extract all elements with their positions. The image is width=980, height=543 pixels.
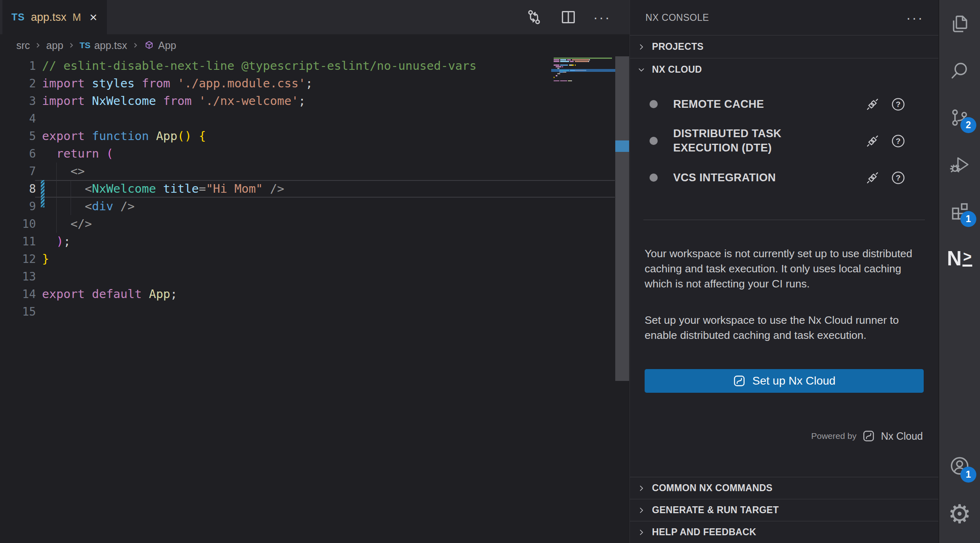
code-text: // eslint-disable-next-line @typescript-… <box>36 57 477 75</box>
tab-bar: TS app.tsx M × ··· <box>0 0 630 34</box>
powered-by-label: Powered by <box>811 431 856 441</box>
extensions-icon[interactable]: 1 <box>939 194 980 229</box>
section-projects[interactable]: PROJECTS <box>630 35 938 58</box>
line-number[interactable]: 10 <box>0 215 36 233</box>
line-number[interactable]: 11 <box>0 233 36 250</box>
nx-cloud-description: Your workspace is not currently set up t… <box>645 246 924 292</box>
chevron-right-icon <box>636 483 646 493</box>
run-and-debug-icon[interactable] <box>939 147 980 182</box>
minimap-current-line <box>551 69 616 72</box>
nx-cloud-item-vcs: VCS INTEGRATION ? <box>630 159 938 196</box>
code-line[interactable]: 11 ); <box>0 233 630 250</box>
connect-plug-icon[interactable] <box>865 134 880 149</box>
code-text: <> <box>36 162 85 180</box>
code-text: import NxWelcome from './nx-welcome'; <box>36 92 306 110</box>
line-number[interactable]: 6 <box>0 145 36 162</box>
code-line[interactable]: 13 <box>0 268 630 285</box>
modified-overview-marker <box>615 140 629 152</box>
code-line[interactable]: 5export function App() { <box>0 127 630 145</box>
tab-app-tsx[interactable]: TS app.tsx M × <box>2 0 107 34</box>
code-line[interactable]: 1// eslint-disable-next-line @typescript… <box>0 57 630 75</box>
code-line[interactable]: 4 <box>0 110 630 127</box>
line-number[interactable]: 2 <box>0 75 36 92</box>
source-control-icon[interactable]: 2 <box>939 100 980 136</box>
line-number[interactable]: 7 <box>0 162 36 180</box>
status-dot <box>650 174 658 182</box>
section-generate-run-target[interactable]: GENERATE & RUN TARGET <box>630 499 938 521</box>
line-number[interactable]: 4 <box>0 110 36 127</box>
code-text <box>36 110 42 127</box>
line-number[interactable]: 13 <box>0 268 36 285</box>
line-number[interactable]: 1 <box>0 57 36 75</box>
code-text: export function App() { <box>36 127 206 145</box>
more-actions-icon[interactable]: ··· <box>593 10 611 24</box>
nx-cloud-logo-icon <box>733 374 746 387</box>
section-nx-cloud[interactable]: NX CLOUD <box>630 58 938 81</box>
scrollbar-slider[interactable] <box>615 56 629 381</box>
code-line[interactable]: 6 return ( <box>0 145 630 162</box>
line-number[interactable]: 9 <box>0 198 36 215</box>
compare-changes-icon[interactable] <box>525 8 543 27</box>
code-text: <div /> <box>36 198 135 215</box>
minimap[interactable] <box>554 57 615 83</box>
divider <box>643 220 925 220</box>
line-number[interactable]: 15 <box>0 303 36 320</box>
nx-cloud-logo-icon <box>862 430 875 443</box>
typescript-file-icon: TS <box>11 11 25 23</box>
code-editor[interactable]: 1// eslint-disable-next-line @typescript… <box>0 56 630 543</box>
help-question-icon[interactable]: ? <box>891 134 906 149</box>
panel-more-actions-icon[interactable]: ··· <box>906 11 924 24</box>
split-editor-icon[interactable] <box>559 8 578 27</box>
breadcrumb-item-app[interactable]: app <box>46 40 63 51</box>
chevron-right-icon <box>636 505 646 515</box>
section-common-nx-commands[interactable]: COMMON NX COMMANDS <box>630 477 938 499</box>
breadcrumb-item-symbol-app[interactable]: App <box>144 40 176 51</box>
status-dot <box>650 137 658 145</box>
code-line[interactable]: 9 <div /> <box>0 198 630 215</box>
code-line[interactable]: 7 <> <box>0 162 630 180</box>
settings-gear-icon[interactable]: ⚙ <box>939 496 980 532</box>
code-line[interactable]: 10 </> <box>0 215 630 233</box>
chevron-down-icon <box>636 65 646 75</box>
line-number[interactable]: 12 <box>0 250 36 268</box>
extensions-badge: 1 <box>960 211 976 227</box>
help-question-icon[interactable]: ? <box>891 97 906 112</box>
code-text: ); <box>36 233 71 250</box>
chevron-right-icon <box>636 527 646 537</box>
chevron-right-icon <box>67 41 75 49</box>
code-text: </> <box>36 215 92 233</box>
git-modified-gutter-marker <box>41 180 44 198</box>
line-number[interactable]: 14 <box>0 285 36 303</box>
code-text: export default App; <box>36 285 177 303</box>
panel-header: NX CONSOLE ··· <box>630 0 938 35</box>
breadcrumb-item-file[interactable]: TS app.tsx <box>80 40 127 51</box>
setup-nx-cloud-button[interactable]: Set up Nx Cloud <box>645 369 924 393</box>
code-line[interactable]: 8 <NxWelcome title="Hi Mom" /> <box>0 180 630 198</box>
code-line[interactable]: 2import styles from './app.module.css'; <box>0 75 630 92</box>
editor-scrollbar[interactable] <box>615 56 630 543</box>
nx-console-icon[interactable]: N> <box>939 240 980 276</box>
nx-cloud-item-remote-cache: REMOTE CACHE ? <box>630 86 938 122</box>
line-number[interactable]: 5 <box>0 127 36 145</box>
vscode-window: TS app.tsx M × ··· <box>0 0 980 543</box>
section-help-and-feedback[interactable]: HELP AND FEEDBACK <box>630 521 938 543</box>
code-line[interactable]: 15 <box>0 303 630 320</box>
code-line[interactable]: 14export default App; <box>0 285 630 303</box>
code-line[interactable]: 3import NxWelcome from './nx-welcome'; <box>0 92 630 110</box>
svg-text:?: ? <box>896 137 901 145</box>
connect-plug-icon[interactable] <box>865 97 880 112</box>
code-line[interactable]: 12} <box>0 250 630 268</box>
help-question-icon[interactable]: ? <box>891 170 906 185</box>
close-tab-icon[interactable]: × <box>90 11 98 24</box>
typescript-file-icon: TS <box>80 40 91 50</box>
line-number[interactable]: 3 <box>0 92 36 110</box>
explorer-icon[interactable] <box>939 6 980 42</box>
code-text: import styles from './app.module.css'; <box>36 75 313 92</box>
accounts-icon[interactable]: 1 <box>939 449 980 485</box>
line-number[interactable]: 8 <box>0 180 36 198</box>
breadcrumb-item-src[interactable]: src <box>16 40 30 51</box>
chevron-right-icon <box>636 42 646 52</box>
accounts-badge: 1 <box>960 467 976 483</box>
search-icon[interactable] <box>939 53 980 89</box>
connect-plug-icon[interactable] <box>865 170 880 185</box>
